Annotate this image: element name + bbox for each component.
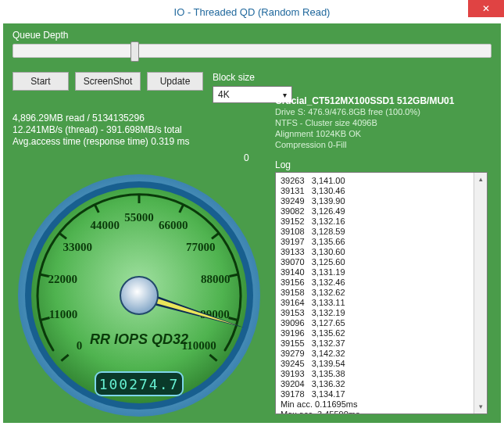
scroll-down-icon[interactable]: ▾ <box>474 400 487 413</box>
update-button[interactable]: Update <box>147 72 203 91</box>
log-label: Log <box>275 159 491 170</box>
log-line: 39070 3,125.60 <box>281 257 482 267</box>
start-button[interactable]: Start <box>13 72 69 91</box>
log-line: 39196 3,135.62 <box>281 328 482 338</box>
log-line: 39178 3,134.17 <box>281 389 482 399</box>
close-button[interactable]: ✕ <box>468 0 504 17</box>
gauge: 0110002200033000440005500066000770008800… <box>14 170 264 421</box>
gauge-tick-label: 77000 <box>186 241 216 253</box>
zero-marker: 0 <box>244 152 249 163</box>
device-line-2: NTFS - Cluster size 4096B <box>275 117 491 128</box>
close-icon: ✕ <box>482 3 490 14</box>
gauge-tick-label: 66000 <box>159 219 188 231</box>
gauge-tick-label: 55000 <box>124 211 154 224</box>
gauge-tick-label: 22000 <box>48 273 77 285</box>
log-max: Max acc. 3.45590ms <box>281 410 482 414</box>
log-line: 39193 3,135.38 <box>281 369 482 379</box>
block-size-value: 4K <box>218 89 230 100</box>
gauge-tick-label: 11000 <box>49 308 78 320</box>
right-column: Crucial_CT512MX100SSD1 512GB/MU01 Drive … <box>275 95 491 414</box>
log-line: 39197 3,135.66 <box>281 237 482 247</box>
window-title: IO - Threaded QD (Random Read) <box>174 6 331 18</box>
log-line: 39140 3,131.19 <box>281 267 482 277</box>
gauge-tick-label: 88000 <box>201 273 231 285</box>
device-line-3: Alignment 1024KB OK <box>275 128 491 139</box>
content-panel: Queue Depth Start ScreenShot Update Bloc… <box>3 23 501 423</box>
log-line: 39279 3,142.32 <box>281 349 482 359</box>
log-line: 39082 3,126.49 <box>281 206 482 217</box>
log-line: 39263 3,141.00 <box>281 176 482 186</box>
gauge-tick-label: 33000 <box>63 241 92 253</box>
titlebar: IO - Threaded QD (Random Read) ✕ <box>0 0 504 23</box>
device-line-4: Compression 0-Fill <box>275 139 491 150</box>
gauge-readout: 100274.7 <box>99 376 180 392</box>
log-line: 39249 3,139.90 <box>281 196 482 206</box>
gauge-title: RR IOPS QD32 <box>90 331 188 347</box>
slider-thumb[interactable] <box>130 41 139 62</box>
log-line: 39164 3,133.11 <box>281 298 482 308</box>
screenshot-button[interactable]: ScreenShot <box>75 72 141 91</box>
log-line: 39245 3,139.54 <box>281 359 482 369</box>
gauge-tick-label: 0 <box>77 339 83 352</box>
scroll-up-icon[interactable]: ▴ <box>474 173 487 186</box>
log-line: 39131 3,130.46 <box>281 186 482 196</box>
block-size-label: Block size <box>213 72 292 83</box>
log-line: 39096 3,127.65 <box>281 318 482 328</box>
log-line: 39153 3,132.19 <box>281 308 482 318</box>
log-line: 39133 3,130.60 <box>281 247 482 257</box>
log-line: 39108 3,128.59 <box>281 227 482 237</box>
log-box[interactable]: 39263 3,141.00 39131 3,130.46 39249 3,13… <box>275 172 488 414</box>
gauge-svg: 0110002200033000440005500066000770008800… <box>14 170 264 421</box>
log-scrollbar[interactable]: ▴ ▾ <box>474 173 487 413</box>
device-line-1: Drive S: 476.9/476.8GB free (100.0%) <box>275 106 491 117</box>
log-line: 39155 3,132.37 <box>281 338 482 349</box>
app-window: IO - Threaded QD (Random Read) ✕ Queue D… <box>0 0 504 426</box>
log-line: 39156 3,132.46 <box>281 277 482 288</box>
log-line: 39152 3,132.16 <box>281 217 482 227</box>
log-line: 39158 3,132.62 <box>281 288 482 298</box>
queue-depth-label: Queue Depth <box>13 30 491 41</box>
queue-depth-slider[interactable] <box>13 44 491 58</box>
log-min: Min acc. 0.11695ms <box>281 399 482 410</box>
log-line: 39204 3,136.32 <box>281 379 482 389</box>
gauge-tick-label: 44000 <box>90 219 120 231</box>
device-title: Crucial_CT512MX100SSD1 512GB/MU01 <box>275 95 491 106</box>
